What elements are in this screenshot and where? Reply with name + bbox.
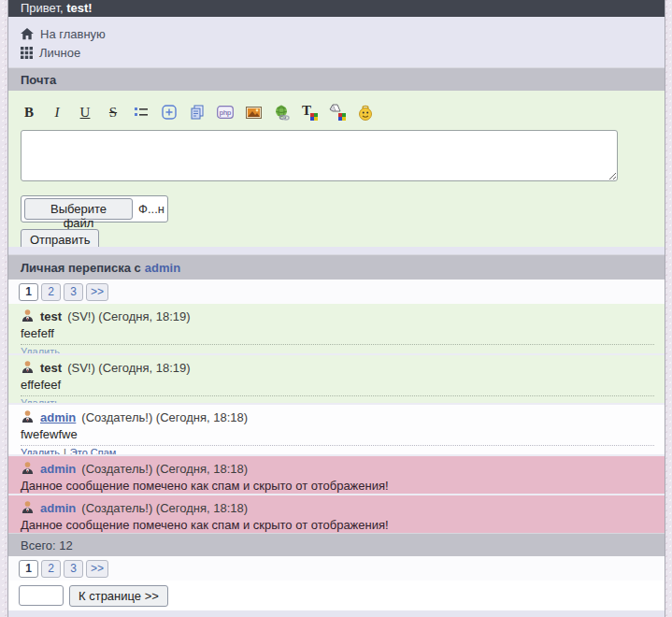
pagination-top: 1 2 3 >> xyxy=(8,280,665,304)
delete-link[interactable]: Удалить xyxy=(21,346,60,353)
message-author: test xyxy=(40,361,62,375)
message-text: effefeef xyxy=(21,377,654,393)
file-input-value: Ф...н xyxy=(138,202,164,216)
quote-copy-icon[interactable] xyxy=(189,104,206,121)
delete-link[interactable]: Удалить xyxy=(21,397,60,403)
message-textarea[interactable] xyxy=(21,130,618,181)
nav-personal-label: Личное xyxy=(39,46,80,60)
divider xyxy=(21,344,654,345)
list-icon[interactable] xyxy=(133,104,150,121)
message-author: test xyxy=(40,309,62,323)
greeting-bar: Привет, test! xyxy=(8,0,665,17)
image-icon[interactable] xyxy=(245,104,262,121)
choose-file-button[interactable]: Выберите файл xyxy=(24,198,133,220)
avatar-icon xyxy=(21,409,35,426)
message-text: fwefewfwe xyxy=(21,426,654,442)
link-icon[interactable] xyxy=(273,104,290,121)
greeting-prefix: Привет, xyxy=(21,1,66,15)
svg-text:php: php xyxy=(220,108,232,117)
message-row: test (SV!) (Сегодня, 18:19) feefeff Удал… xyxy=(8,304,665,353)
total-bar: Всего: 12 xyxy=(8,533,665,556)
pagination-bottom: 1 2 3 >> xyxy=(8,556,665,581)
avatar-icon xyxy=(21,461,35,478)
spacer xyxy=(8,247,665,254)
page: Привет, test! На главную Личное Почта B … xyxy=(7,0,665,617)
grid-icon xyxy=(21,47,33,59)
message-author-link[interactable]: admin xyxy=(40,410,76,424)
nav-home-link[interactable]: На главную xyxy=(21,24,106,43)
message-row: admin (Создатель!) (Сегодня, 18:18) fwef… xyxy=(8,403,665,454)
page-button-3[interactable]: 3 xyxy=(64,283,83,301)
message-meta: (Создатель!) (Сегодня, 18:18) xyxy=(81,462,248,476)
smiley-icon[interactable] xyxy=(357,104,374,121)
strikethrough-button[interactable]: S xyxy=(105,104,122,121)
spam-notice-text: Данное сообщение помечено как спам и скр… xyxy=(21,478,654,494)
message-list: test (SV!) (Сегодня, 18:19) feefeff Удал… xyxy=(8,304,665,533)
format-toolbar: B I U S php xyxy=(21,103,654,122)
message-meta: (Создатель!) (Сегодня, 18:18) xyxy=(81,410,248,424)
avatar-icon xyxy=(21,360,35,377)
goto-page-input[interactable] xyxy=(19,585,64,606)
divider xyxy=(21,445,654,446)
message-row: test (SV!) (Сегодня, 18:19) effefeef Уда… xyxy=(8,353,665,403)
page-button-1[interactable]: 1 xyxy=(19,283,38,301)
goto-page-button[interactable]: К странице >> xyxy=(69,585,168,607)
delete-link[interactable]: Удалить xyxy=(21,447,60,454)
message-author-link[interactable]: admin xyxy=(40,462,76,476)
page-button-next[interactable]: >> xyxy=(86,283,108,301)
total-label: Всего: 12 xyxy=(21,538,73,552)
fill-color-icon[interactable] xyxy=(329,104,346,121)
color-grid xyxy=(338,113,346,121)
compose-panel: B I U S php xyxy=(8,91,665,247)
mail-section-header: Почта xyxy=(8,67,665,91)
message-row-spam: admin (Создатель!) (Сегодня, 18:18) Данн… xyxy=(8,454,665,494)
page-button-2[interactable]: 2 xyxy=(41,283,61,301)
page-button-1[interactable]: 1 xyxy=(19,560,38,578)
nav: На главную Личное xyxy=(8,17,665,64)
goto-page-row: К странице >> xyxy=(8,581,665,610)
mail-title: Почта xyxy=(21,73,56,87)
spam-link[interactable]: Это Спам xyxy=(70,447,117,454)
conversation-header: Личная переписка с admin xyxy=(8,254,665,280)
send-button[interactable]: Отправить xyxy=(21,229,99,247)
message-meta: (Создатель!) (Сегодня, 18:18) xyxy=(81,501,248,515)
text-color-icon[interactable]: T xyxy=(301,104,318,121)
page-button-3[interactable]: 3 xyxy=(64,560,83,578)
avatar-icon xyxy=(21,500,35,517)
message-meta: (SV!) (Сегодня, 18:19) xyxy=(67,309,190,323)
italic-button[interactable]: I xyxy=(49,104,65,121)
php-code-icon[interactable]: php xyxy=(217,104,234,121)
conversation-title: Личная переписка с xyxy=(21,261,141,275)
spoiler-plus-icon[interactable] xyxy=(161,104,178,121)
conversation-user-link[interactable]: admin xyxy=(145,261,180,275)
avatar-icon xyxy=(21,308,35,325)
color-grid xyxy=(310,113,318,121)
nav-home-label: На главную xyxy=(40,27,106,41)
home-icon xyxy=(21,28,34,40)
bold-button[interactable]: B xyxy=(21,104,37,121)
message-author-link[interactable]: admin xyxy=(40,501,76,515)
message-row-spam: admin (Создатель!) (Сегодня, 18:18) Данн… xyxy=(8,494,665,533)
spam-notice-text: Данное сообщение помечено как спам и скр… xyxy=(21,517,654,533)
greeting-username: test! xyxy=(66,1,92,15)
divider xyxy=(21,395,654,396)
page-button-2[interactable]: 2 xyxy=(41,560,61,578)
file-input[interactable]: Выберите файл Ф...н xyxy=(21,195,168,222)
nav-personal-link[interactable]: Личное xyxy=(21,43,80,62)
underline-button[interactable]: U xyxy=(77,104,93,121)
action-separator: | xyxy=(64,447,66,454)
message-text: feefeff xyxy=(21,325,654,341)
message-meta: (SV!) (Сегодня, 18:19) xyxy=(67,361,190,375)
page-button-next[interactable]: >> xyxy=(86,560,108,578)
